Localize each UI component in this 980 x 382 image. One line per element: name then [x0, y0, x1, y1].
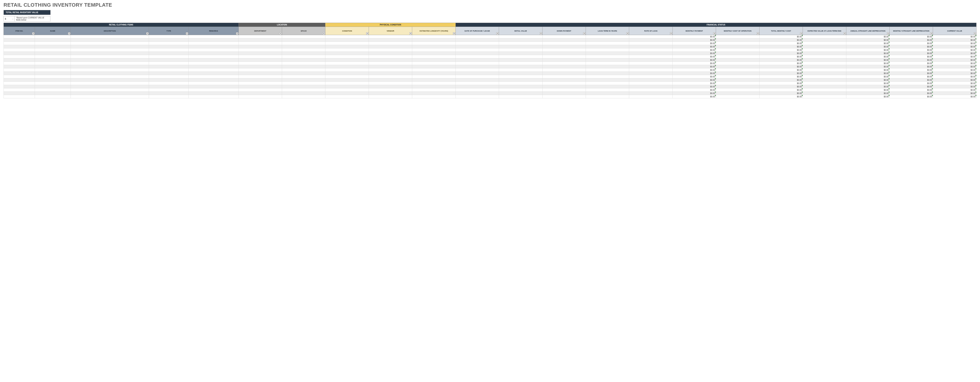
cell-name[interactable] — [35, 82, 70, 85]
cell-space[interactable] — [282, 65, 325, 68]
cell-department[interactable] — [239, 78, 282, 82]
cell-down_payment[interactable] — [542, 78, 585, 82]
cell-annual_sl_dep[interactable]: $0.00 — [846, 78, 889, 82]
cell-remarks[interactable] — [189, 75, 239, 78]
cell-description[interactable] — [70, 78, 149, 82]
cell-condition[interactable] — [325, 42, 369, 45]
cell-space[interactable] — [282, 38, 325, 42]
cell-monthly_payment[interactable]: $0.00 — [673, 68, 716, 72]
cell-expected_value_end[interactable] — [803, 85, 846, 88]
cell-monthly_payment[interactable]: $0.00 — [673, 55, 716, 59]
cell-name[interactable] — [35, 38, 70, 42]
cell-expected_value_end[interactable] — [803, 78, 846, 82]
cell-date_purchase[interactable] — [455, 55, 499, 59]
cell-item_no[interactable] — [4, 35, 35, 38]
cell-total_monthly_cost[interactable]: $0.00 — [759, 75, 803, 78]
cell-monthly_sl_dep[interactable]: $0.00 — [889, 72, 933, 75]
cell-monthly_cost_op[interactable] — [716, 62, 759, 65]
cell-type[interactable] — [149, 62, 189, 65]
cell-name[interactable] — [35, 75, 70, 78]
cell-monthly_cost_op[interactable] — [716, 75, 759, 78]
filter-dropdown-icon[interactable] — [146, 32, 149, 35]
cell-loan_term[interactable] — [585, 68, 629, 72]
cell-down_payment[interactable] — [542, 62, 585, 65]
cell-expected_value_end[interactable] — [803, 52, 846, 55]
cell-est_longevity[interactable] — [412, 52, 455, 55]
cell-remarks[interactable] — [189, 42, 239, 45]
cell-vendor[interactable] — [369, 95, 412, 98]
cell-total_monthly_cost[interactable]: $0.00 — [759, 55, 803, 59]
cell-loan_term[interactable] — [585, 78, 629, 82]
cell-condition[interactable] — [325, 59, 369, 62]
cell-space[interactable] — [282, 78, 325, 82]
cell-initial_value[interactable] — [499, 85, 542, 88]
filter-dropdown-icon[interactable] — [540, 32, 542, 35]
cell-total_monthly_cost[interactable]: $0.00 — [759, 42, 803, 45]
cell-initial_value[interactable] — [499, 65, 542, 68]
cell-down_payment[interactable] — [542, 38, 585, 42]
cell-item_no[interactable] — [4, 88, 35, 92]
cell-date_purchase[interactable] — [455, 59, 499, 62]
cell-remarks[interactable] — [189, 65, 239, 68]
cell-total_monthly_cost[interactable]: $0.00 — [759, 35, 803, 38]
cell-date_purchase[interactable] — [455, 78, 499, 82]
cell-condition[interactable] — [325, 92, 369, 95]
cell-annual_sl_dep[interactable]: $0.00 — [846, 65, 889, 68]
cell-item_no[interactable] — [4, 59, 35, 62]
cell-monthly_sl_dep[interactable]: $0.00 — [889, 88, 933, 92]
cell-condition[interactable] — [325, 68, 369, 72]
cell-vendor[interactable] — [369, 59, 412, 62]
cell-monthly_cost_op[interactable] — [716, 92, 759, 95]
cell-loan_term[interactable] — [585, 95, 629, 98]
cell-condition[interactable] — [325, 48, 369, 52]
cell-space[interactable] — [282, 52, 325, 55]
cell-monthly_sl_dep[interactable]: $0.00 — [889, 75, 933, 78]
cell-item_no[interactable] — [4, 48, 35, 52]
cell-date_purchase[interactable] — [455, 88, 499, 92]
cell-rate_of_loan[interactable] — [629, 42, 673, 45]
cell-annual_sl_dep[interactable]: $0.00 — [846, 38, 889, 42]
filter-dropdown-icon[interactable] — [713, 32, 716, 35]
cell-current_value[interactable]: $0.00 — [933, 75, 977, 78]
cell-initial_value[interactable] — [499, 59, 542, 62]
cell-monthly_sl_dep[interactable]: $0.00 — [889, 82, 933, 85]
cell-type[interactable] — [149, 35, 189, 38]
cell-expected_value_end[interactable] — [803, 65, 846, 68]
cell-rate_of_loan[interactable] — [629, 55, 673, 59]
cell-down_payment[interactable] — [542, 72, 585, 75]
cell-date_purchase[interactable] — [455, 82, 499, 85]
cell-vendor[interactable] — [369, 85, 412, 88]
cell-condition[interactable] — [325, 35, 369, 38]
cell-remarks[interactable] — [189, 92, 239, 95]
cell-department[interactable] — [239, 35, 282, 38]
cell-item_no[interactable] — [4, 62, 35, 65]
cell-space[interactable] — [282, 82, 325, 85]
cell-loan_term[interactable] — [585, 75, 629, 78]
cell-name[interactable] — [35, 35, 70, 38]
cell-remarks[interactable] — [189, 95, 239, 98]
cell-condition[interactable] — [325, 88, 369, 92]
cell-department[interactable] — [239, 48, 282, 52]
cell-expected_value_end[interactable] — [803, 68, 846, 72]
cell-item_no[interactable] — [4, 72, 35, 75]
cell-initial_value[interactable] — [499, 52, 542, 55]
cell-current_value[interactable]: $0.00 — [933, 95, 977, 98]
cell-type[interactable] — [149, 92, 189, 95]
cell-vendor[interactable] — [369, 78, 412, 82]
cell-rate_of_loan[interactable] — [629, 35, 673, 38]
cell-monthly_cost_op[interactable] — [716, 95, 759, 98]
cell-monthly_payment[interactable]: $0.00 — [673, 78, 716, 82]
cell-rate_of_loan[interactable] — [629, 92, 673, 95]
cell-date_purchase[interactable] — [455, 92, 499, 95]
cell-date_purchase[interactable] — [455, 72, 499, 75]
cell-monthly_payment[interactable]: $0.00 — [673, 62, 716, 65]
cell-est_longevity[interactable] — [412, 62, 455, 65]
cell-space[interactable] — [282, 88, 325, 92]
cell-initial_value[interactable] — [499, 75, 542, 78]
cell-rate_of_loan[interactable] — [629, 88, 673, 92]
cell-monthly_sl_dep[interactable]: $0.00 — [889, 65, 933, 68]
cell-vendor[interactable] — [369, 42, 412, 45]
cell-expected_value_end[interactable] — [803, 62, 846, 65]
cell-description[interactable] — [70, 62, 149, 65]
cell-initial_value[interactable] — [499, 38, 542, 42]
